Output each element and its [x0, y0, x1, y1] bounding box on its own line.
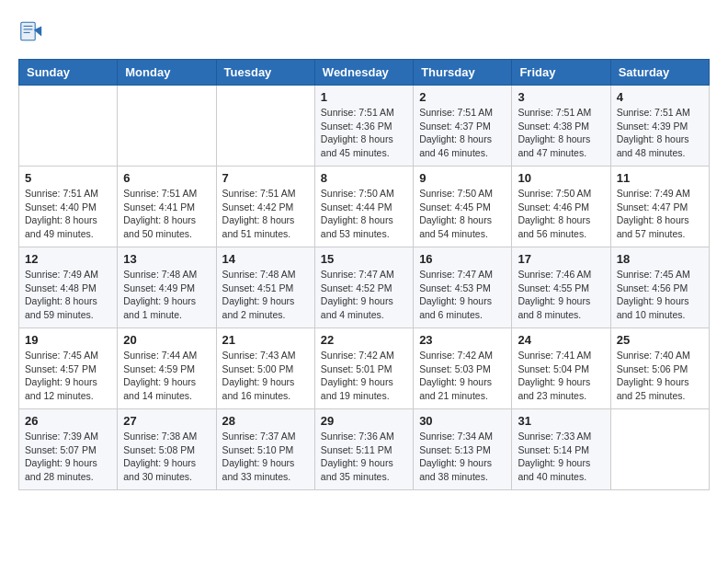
day-number: 23 — [419, 333, 506, 347]
day-info: Sunrise: 7:45 AM Sunset: 4:56 PM Dayligh… — [617, 268, 703, 322]
week-row-3: 12Sunrise: 7:49 AM Sunset: 4:48 PM Dayli… — [19, 247, 710, 328]
day-number: 21 — [222, 333, 309, 347]
calendar-cell: 17Sunrise: 7:46 AM Sunset: 4:55 PM Dayli… — [512, 247, 610, 328]
day-number: 7 — [222, 171, 309, 185]
day-info: Sunrise: 7:51 AM Sunset: 4:42 PM Dayligh… — [222, 187, 309, 241]
svg-rect-1 — [21, 22, 35, 40]
day-info: Sunrise: 7:48 AM Sunset: 4:51 PM Dayligh… — [222, 268, 309, 322]
calendar-cell: 9Sunrise: 7:50 AM Sunset: 4:45 PM Daylig… — [414, 167, 512, 247]
weekday-header-monday: Monday — [118, 60, 216, 86]
day-number: 8 — [321, 171, 407, 185]
day-number: 10 — [518, 171, 604, 185]
day-number: 29 — [321, 414, 407, 428]
day-info: Sunrise: 7:50 AM Sunset: 4:46 PM Dayligh… — [518, 187, 604, 241]
day-info: Sunrise: 7:50 AM Sunset: 4:44 PM Dayligh… — [321, 187, 407, 241]
day-info: Sunrise: 7:48 AM Sunset: 4:49 PM Dayligh… — [123, 268, 210, 322]
calendar-cell: 28Sunrise: 7:37 AM Sunset: 5:10 PM Dayli… — [216, 409, 314, 490]
calendar-cell — [118, 86, 216, 167]
calendar-cell: 29Sunrise: 7:36 AM Sunset: 5:11 PM Dayli… — [314, 409, 413, 490]
calendar-cell: 23Sunrise: 7:42 AM Sunset: 5:03 PM Dayli… — [414, 328, 512, 409]
day-info: Sunrise: 7:42 AM Sunset: 5:03 PM Dayligh… — [419, 349, 506, 403]
day-number: 18 — [617, 252, 703, 266]
calendar-cell: 8Sunrise: 7:50 AM Sunset: 4:44 PM Daylig… — [314, 167, 413, 247]
day-info: Sunrise: 7:38 AM Sunset: 5:08 PM Dayligh… — [123, 430, 210, 484]
calendar-cell: 1Sunrise: 7:51 AM Sunset: 4:36 PM Daylig… — [314, 86, 413, 167]
day-number: 31 — [518, 414, 604, 428]
week-row-2: 5Sunrise: 7:51 AM Sunset: 4:40 PM Daylig… — [19, 167, 710, 247]
day-number: 20 — [123, 333, 210, 347]
calendar-table: SundayMondayTuesdayWednesdayThursdayFrid… — [18, 59, 710, 490]
calendar-cell: 22Sunrise: 7:42 AM Sunset: 5:01 PM Dayli… — [314, 328, 413, 409]
day-info: Sunrise: 7:33 AM Sunset: 5:14 PM Dayligh… — [518, 430, 604, 484]
day-number: 2 — [419, 90, 506, 104]
day-info: Sunrise: 7:51 AM Sunset: 4:36 PM Dayligh… — [321, 106, 407, 160]
day-info: Sunrise: 7:42 AM Sunset: 5:01 PM Dayligh… — [321, 349, 407, 403]
day-number: 12 — [25, 252, 111, 266]
day-number: 24 — [518, 333, 604, 347]
calendar-cell: 5Sunrise: 7:51 AM Sunset: 4:40 PM Daylig… — [19, 167, 118, 247]
logo-icon — [18, 18, 44, 44]
weekday-header-sunday: Sunday — [19, 60, 118, 86]
calendar-cell: 7Sunrise: 7:51 AM Sunset: 4:42 PM Daylig… — [216, 167, 314, 247]
day-info: Sunrise: 7:47 AM Sunset: 4:52 PM Dayligh… — [321, 268, 407, 322]
calendar-cell: 6Sunrise: 7:51 AM Sunset: 4:41 PM Daylig… — [118, 167, 216, 247]
day-number: 11 — [617, 171, 703, 185]
week-row-4: 19Sunrise: 7:45 AM Sunset: 4:57 PM Dayli… — [19, 328, 710, 409]
day-number: 6 — [123, 171, 210, 185]
day-number: 16 — [419, 252, 506, 266]
day-number: 28 — [222, 414, 309, 428]
day-info: Sunrise: 7:50 AM Sunset: 4:45 PM Dayligh… — [419, 187, 506, 241]
day-number: 9 — [419, 171, 506, 185]
page-header — [18, 18, 710, 44]
day-info: Sunrise: 7:51 AM Sunset: 4:40 PM Dayligh… — [25, 187, 111, 241]
day-info: Sunrise: 7:40 AM Sunset: 5:06 PM Dayligh… — [617, 349, 703, 403]
day-info: Sunrise: 7:36 AM Sunset: 5:11 PM Dayligh… — [321, 430, 407, 484]
day-number: 30 — [419, 414, 506, 428]
day-number: 22 — [321, 333, 407, 347]
calendar-cell: 24Sunrise: 7:41 AM Sunset: 5:04 PM Dayli… — [512, 328, 610, 409]
weekday-header-wednesday: Wednesday — [314, 60, 413, 86]
calendar-cell: 30Sunrise: 7:34 AM Sunset: 5:13 PM Dayli… — [414, 409, 512, 490]
day-number: 27 — [123, 414, 210, 428]
calendar-cell: 16Sunrise: 7:47 AM Sunset: 4:53 PM Dayli… — [414, 247, 512, 328]
day-info: Sunrise: 7:34 AM Sunset: 5:13 PM Dayligh… — [419, 430, 506, 484]
calendar-cell: 10Sunrise: 7:50 AM Sunset: 4:46 PM Dayli… — [512, 167, 610, 247]
day-info: Sunrise: 7:51 AM Sunset: 4:41 PM Dayligh… — [123, 187, 210, 241]
day-info: Sunrise: 7:43 AM Sunset: 5:00 PM Dayligh… — [222, 349, 309, 403]
calendar-cell: 13Sunrise: 7:48 AM Sunset: 4:49 PM Dayli… — [118, 247, 216, 328]
weekday-header-thursday: Thursday — [414, 60, 512, 86]
day-number: 25 — [617, 333, 703, 347]
day-number: 15 — [321, 252, 407, 266]
day-info: Sunrise: 7:51 AM Sunset: 4:39 PM Dayligh… — [617, 106, 703, 160]
day-number: 14 — [222, 252, 309, 266]
day-number: 26 — [25, 414, 111, 428]
calendar-cell: 14Sunrise: 7:48 AM Sunset: 4:51 PM Dayli… — [216, 247, 314, 328]
calendar-cell: 15Sunrise: 7:47 AM Sunset: 4:52 PM Dayli… — [314, 247, 413, 328]
day-info: Sunrise: 7:49 AM Sunset: 4:47 PM Dayligh… — [617, 187, 703, 241]
day-info: Sunrise: 7:49 AM Sunset: 4:48 PM Dayligh… — [25, 268, 111, 322]
calendar-cell: 19Sunrise: 7:45 AM Sunset: 4:57 PM Dayli… — [19, 328, 118, 409]
calendar-cell: 27Sunrise: 7:38 AM Sunset: 5:08 PM Dayli… — [118, 409, 216, 490]
day-info: Sunrise: 7:47 AM Sunset: 4:53 PM Dayligh… — [419, 268, 506, 322]
day-number: 4 — [617, 90, 703, 104]
day-info: Sunrise: 7:44 AM Sunset: 4:59 PM Dayligh… — [123, 349, 210, 403]
day-info: Sunrise: 7:51 AM Sunset: 4:38 PM Dayligh… — [518, 106, 604, 160]
calendar-cell — [19, 86, 118, 167]
calendar-cell: 20Sunrise: 7:44 AM Sunset: 4:59 PM Dayli… — [118, 328, 216, 409]
weekday-header-row: SundayMondayTuesdayWednesdayThursdayFrid… — [19, 60, 710, 86]
weekday-header-tuesday: Tuesday — [216, 60, 314, 86]
day-number: 19 — [25, 333, 111, 347]
day-number: 3 — [518, 90, 604, 104]
weekday-header-saturday: Saturday — [610, 60, 709, 86]
calendar-cell: 12Sunrise: 7:49 AM Sunset: 4:48 PM Dayli… — [19, 247, 118, 328]
day-info: Sunrise: 7:37 AM Sunset: 5:10 PM Dayligh… — [222, 430, 309, 484]
day-info: Sunrise: 7:39 AM Sunset: 5:07 PM Dayligh… — [25, 430, 111, 484]
day-number: 5 — [25, 171, 111, 185]
week-row-5: 26Sunrise: 7:39 AM Sunset: 5:07 PM Dayli… — [19, 409, 710, 490]
week-row-1: 1Sunrise: 7:51 AM Sunset: 4:36 PM Daylig… — [19, 86, 710, 167]
calendar-cell: 3Sunrise: 7:51 AM Sunset: 4:38 PM Daylig… — [512, 86, 610, 167]
day-number: 1 — [321, 90, 407, 104]
calendar-cell: 2Sunrise: 7:51 AM Sunset: 4:37 PM Daylig… — [414, 86, 512, 167]
calendar-cell: 26Sunrise: 7:39 AM Sunset: 5:07 PM Dayli… — [19, 409, 118, 490]
day-info: Sunrise: 7:45 AM Sunset: 4:57 PM Dayligh… — [25, 349, 111, 403]
